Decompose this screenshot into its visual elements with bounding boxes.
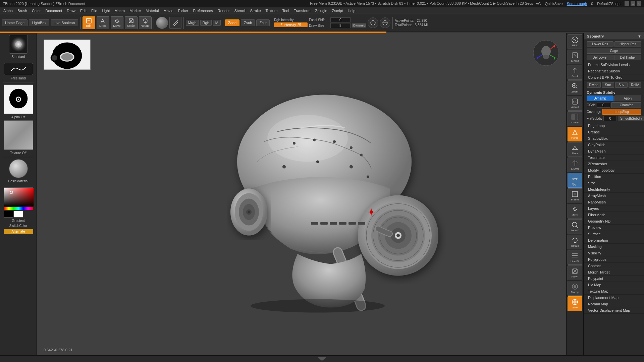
menu-light[interactable]: Light <box>100 8 112 13</box>
edgeloop-item[interactable]: EdgeLoop <box>584 123 644 129</box>
menu-texture[interactable]: Texture <box>264 8 280 13</box>
apply-button[interactable]: Apply <box>614 96 641 101</box>
texture-preview[interactable] <box>4 120 33 150</box>
chamfer-button[interactable]: Chamfer <box>611 102 641 108</box>
lsym-button[interactable]: L.Sym <box>568 158 582 172</box>
polypaint-item[interactable]: Polypaint <box>584 276 644 282</box>
loopslug-button[interactable]: LoopSlug <box>602 109 641 115</box>
minimize-button[interactable]: ─ <box>625 1 629 6</box>
divide-button[interactable]: Divide <box>587 82 601 88</box>
claypolish-item[interactable]: ClayPolish <box>584 142 644 148</box>
flatsubdiv-input[interactable] <box>603 116 617 121</box>
sphere-icon[interactable] <box>156 17 168 29</box>
texture-map-item[interactable]: Texture Map <box>584 288 644 295</box>
draw-size-value[interactable]: 8 <box>330 23 351 28</box>
nanomesh-item[interactable]: NanoMesh <box>584 199 644 205</box>
menu-preferences[interactable]: Preferences <box>191 8 215 13</box>
color-gradient[interactable] <box>4 187 33 206</box>
hue-bar[interactable] <box>4 207 33 210</box>
menu-brush[interactable]: Brush <box>15 8 29 13</box>
draw-button[interactable]: Draw <box>97 16 109 29</box>
polygroups-item[interactable]: Polygroups <box>584 256 644 263</box>
visibility-item[interactable]: Visibility <box>584 250 644 256</box>
menu-color[interactable]: Color <box>30 8 43 13</box>
freehand-preview[interactable] <box>4 63 33 75</box>
preview-item[interactable]: Preview <box>584 225 644 231</box>
menu-edit[interactable]: Edit <box>78 8 89 13</box>
geometry-section-header[interactable]: Geometry ▼ <box>584 33 644 40</box>
menu-alpha[interactable]: Alpha <box>1 8 15 13</box>
linefil-button[interactable]: Line Fil <box>568 250 582 265</box>
home-page-tab[interactable]: Home Page <box>2 19 28 26</box>
menu-document[interactable]: Document <box>43 8 64 13</box>
live-boolean-tab[interactable]: Live Boolean <box>51 19 78 26</box>
position-item[interactable]: Position <box>584 174 644 180</box>
mesh-integrity-item[interactable]: MeshIntegrity <box>584 186 644 193</box>
menu-transform[interactable]: Transform <box>292 8 313 13</box>
quicksave-button[interactable]: QuickSave <box>545 2 562 6</box>
standard-brush-preview[interactable] <box>9 35 28 54</box>
see-through-link[interactable]: See-through <box>567 2 587 6</box>
canvas-area[interactable]: 0.642.-0.278.0.21 <box>37 33 566 362</box>
viewport-3d[interactable]: 0.642.-0.278.0.21 <box>37 33 566 362</box>
menu-material[interactable]: Material <box>144 8 161 13</box>
menu-movie[interactable]: Movie <box>161 8 175 13</box>
masking-item[interactable]: Masking <box>584 244 644 250</box>
z-intensity-bar[interactable]: Z Intensity 25 <box>274 22 308 27</box>
move-vtool-button[interactable]: Move <box>568 204 582 219</box>
solo-button[interactable]: Solo <box>568 296 582 311</box>
mrgb-button[interactable]: Mrgb <box>186 20 199 26</box>
morph-target-item[interactable]: Morph Target <box>584 269 644 276</box>
menu-zplugin[interactable]: Zplugin <box>313 8 329 13</box>
reconstruct-subdiv-item[interactable]: Reconstruct Subdiv <box>584 68 644 74</box>
menu-stroke[interactable]: Stroke <box>248 8 263 13</box>
floor-button[interactable]: Floor <box>568 142 582 157</box>
geometry-hd-item[interactable]: Geometry HD <box>584 218 644 225</box>
freeze-subdiv-item[interactable]: Freeze SuDivision Levels <box>584 62 644 68</box>
suv-button[interactable]: Suv <box>615 82 628 88</box>
polyf-button[interactable]: PolyF <box>568 265 582 280</box>
zcut-button[interactable]: Zcut <box>256 19 269 26</box>
menu-file[interactable]: File <box>89 8 99 13</box>
bpr-button[interactable]: BPR <box>568 34 582 49</box>
dynamesh-item[interactable]: DynaMesh <box>584 148 644 155</box>
scroll-button[interactable]: Scroll <box>568 65 582 80</box>
convert-bpr-item[interactable]: Convert BPR To Geo <box>584 74 644 81</box>
spix-button[interactable]: SPix 3 <box>568 50 582 64</box>
arraymesh-item[interactable]: ArrayMesh <box>584 193 644 199</box>
move-button[interactable]: Move <box>111 16 123 29</box>
size-item[interactable]: Size <box>584 180 644 186</box>
zsub-button[interactable]: Zsub <box>241 19 255 26</box>
del-higher-button[interactable]: Del Higher <box>614 55 641 60</box>
fibermesh-item[interactable]: FiberMesh <box>584 212 644 218</box>
menu-help[interactable]: Help <box>346 8 358 13</box>
higher-res-button[interactable]: Higher Res <box>614 41 641 47</box>
m-button[interactable]: M <box>213 20 221 26</box>
zoomd-button[interactable]: ZoomD <box>568 219 582 234</box>
menu-stencil[interactable]: Stencil <box>232 8 248 13</box>
edit-button[interactable]: Edit <box>83 16 95 29</box>
crease-item[interactable]: Crease <box>584 129 644 135</box>
viewport-gizmo[interactable] <box>533 40 559 66</box>
tessimate-item[interactable]: Tessimate <box>584 155 644 161</box>
del-lower-button[interactable]: Del Lower <box>587 55 613 60</box>
menu-picker[interactable]: Picker <box>176 8 191 13</box>
dynamic-button[interactable]: Dynamic <box>587 96 613 101</box>
reliv-button[interactable]: ReliV <box>629 82 641 88</box>
menu-macro[interactable]: Macro <box>113 8 127 13</box>
menu-render[interactable]: Render <box>216 8 232 13</box>
smt-button[interactable]: Smt <box>602 82 614 88</box>
ogrid-input[interactable] <box>597 103 610 108</box>
surface-item[interactable]: Surface <box>584 231 644 237</box>
material-preview[interactable] <box>9 159 28 178</box>
actual-button[interactable]: 1:1 Actual <box>568 96 582 111</box>
vector-displacement-map-item[interactable]: Vector Displacement Map <box>584 307 644 314</box>
menu-zscript[interactable]: Zscript <box>330 8 345 13</box>
frame-button[interactable]: Frame <box>568 188 582 203</box>
focal-shift-value[interactable]: 0 <box>330 17 351 22</box>
aahalf-button[interactable]: AAHalf <box>568 111 582 126</box>
close-button[interactable]: ✕ <box>637 1 641 6</box>
shadowbox-item[interactable]: ShadowBox <box>584 135 644 142</box>
alternate-button[interactable]: Alternate <box>4 229 33 234</box>
menu-draw[interactable]: Draw <box>65 8 77 13</box>
